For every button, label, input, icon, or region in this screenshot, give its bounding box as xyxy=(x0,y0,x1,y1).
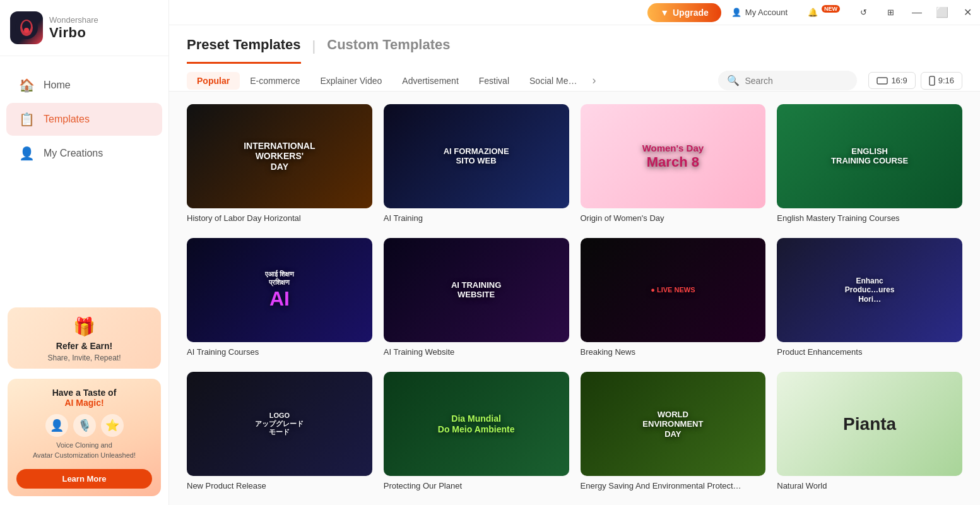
template-thumb-t11: WORLDENVIRONMENTDAY xyxy=(581,372,766,476)
refresh-icon: ↺ xyxy=(860,8,867,17)
refresh-button[interactable]: ↺ xyxy=(850,0,877,25)
grid-button[interactable]: ⊞ xyxy=(877,0,904,25)
template-thumb-t3: Women's DayMarch 8 xyxy=(581,104,766,208)
filter-social[interactable]: Social Me… xyxy=(519,72,587,90)
template-title-t6: AI Training Website xyxy=(384,347,569,358)
ratio-16x9-button[interactable]: 16:9 xyxy=(868,72,915,89)
home-icon: 🏠 xyxy=(19,78,35,93)
template-thumb-t2: AI FORMAZIONESITO WEB xyxy=(384,104,569,208)
logo-brand: Wondershare xyxy=(49,15,98,25)
template-card-t1[interactable]: INTERNATIONALWORKERS'DAY History of Labo… xyxy=(187,104,372,224)
thumb-text-t5: एआई शिक्षणप्रशिक्षणAI xyxy=(265,270,294,311)
template-title-t1: History of Labor Day Horizontal xyxy=(187,213,372,224)
template-title-t10: Protecting Our Planet xyxy=(384,481,569,492)
upgrade-button[interactable]: ▼ Upgrade xyxy=(647,3,721,22)
ai-magic-card: Have a Taste of AI Magic! 👤 🎙️ ⭐ Voice C… xyxy=(8,379,161,496)
content-header: Preset Templates | Custom Templates Popu… xyxy=(169,25,980,92)
logo-text: Wondershare Virbo xyxy=(49,15,98,41)
sidebar-item-templates-label: Templates xyxy=(44,114,90,125)
template-card-t6[interactable]: AI TRAININGWEBSITE AI Training Website xyxy=(384,238,569,358)
refer-earn-promo[interactable]: 🎁 Refer & Earn! Share, Invite, Repeat! xyxy=(8,307,161,369)
template-title-t11: Energy Saving And Environmental Protect… xyxy=(581,481,766,492)
template-card-t4[interactable]: ENGLISHTRAINING COURSE English Mastery T… xyxy=(777,104,962,224)
templates-icon: 📋 xyxy=(19,112,35,127)
creations-icon: 👤 xyxy=(19,146,35,161)
ai-card-title: Have a Taste of AI Magic! xyxy=(52,388,117,408)
notification-button[interactable]: 🔔 NEW xyxy=(798,0,850,25)
template-title-t12: Natural World xyxy=(777,481,962,492)
voice-icon: 🎙️ xyxy=(73,414,96,437)
sidebar-item-templates[interactable]: 📋 Templates xyxy=(6,103,162,136)
my-account-button[interactable]: 👤 My Account xyxy=(721,0,798,25)
filter-ecommerce[interactable]: E-commerce xyxy=(240,72,310,90)
upgrade-label: Upgrade xyxy=(673,8,709,18)
template-card-t12[interactable]: Pianta Natural World xyxy=(777,372,962,492)
tab-preset-templates[interactable]: Preset Templates xyxy=(187,37,301,64)
template-thumb-t1: INTERNATIONALWORKERS'DAY xyxy=(187,104,372,208)
filter-explainer[interactable]: Explainer Video xyxy=(310,72,392,90)
thumb-text-t6: AI TRAININGWEBSITE xyxy=(451,280,501,300)
template-thumb-t10: Dia MundialDo Meio Ambiente xyxy=(384,372,569,476)
ratio-16x9-icon xyxy=(877,77,888,85)
app-logo: Wondershare Virbo xyxy=(0,0,168,56)
main-tabs-row: Preset Templates | Custom Templates xyxy=(187,37,962,64)
filter-popular[interactable]: Popular xyxy=(187,72,240,90)
template-thumb-t6: AI TRAININGWEBSITE xyxy=(384,238,569,342)
account-icon: 👤 xyxy=(731,8,741,17)
ai-card-desc: Voice Cloning andAvatar Customization Un… xyxy=(33,441,136,460)
titlebar: ▼ Upgrade 👤 My Account 🔔 NEW ↺ ⊞ — ⬜ ✕ xyxy=(169,0,980,25)
promo-refer-title: Refer & Earn! xyxy=(56,341,112,351)
learn-more-button[interactable]: Learn More xyxy=(16,469,152,489)
svg-rect-5 xyxy=(930,76,935,85)
ratio-9x16-button[interactable]: 9:16 xyxy=(921,72,962,90)
template-title-t4: English Mastery Training Courses xyxy=(777,213,962,224)
template-card-t11[interactable]: WORLDENVIRONMENTDAY Energy Saving And En… xyxy=(581,372,766,492)
template-card-t5[interactable]: एआई शिक्षणप्रशिक्षणAI AI Training Course… xyxy=(187,238,372,358)
tab-custom-templates[interactable]: Custom Templates xyxy=(327,37,450,64)
thumb-text-t8: EnhancProduc…uresHori… xyxy=(845,276,895,304)
filter-more-icon[interactable]: › xyxy=(587,70,601,91)
search-input[interactable] xyxy=(745,76,846,86)
my-account-label: My Account xyxy=(745,8,788,17)
template-thumb-t9: LOGOアップグレードモード xyxy=(187,372,372,476)
filter-festival[interactable]: Festival xyxy=(469,72,519,90)
templates-grid: INTERNATIONALWORKERS'DAY History of Labo… xyxy=(187,104,962,492)
template-card-t7[interactable]: ● LIVE NEWS Breaking News xyxy=(581,238,766,358)
search-icon: 🔍 xyxy=(727,74,740,86)
template-card-t3[interactable]: Women's DayMarch 8 Origin of Women's Day xyxy=(581,104,766,224)
template-title-t2: AI Training xyxy=(384,213,569,224)
filter-row: Popular E-commerce Explainer Video Adver… xyxy=(187,64,962,91)
notification-icon: 🔔 xyxy=(808,8,818,17)
grid-icon: ⊞ xyxy=(887,8,894,17)
sidebar-item-my-creations-label: My Creations xyxy=(44,148,103,159)
thumb-text-t10: Dia MundialDo Meio Ambiente xyxy=(438,413,515,435)
sidebar-item-my-creations[interactable]: 👤 My Creations xyxy=(6,137,162,170)
ratio-buttons: 16:9 9:16 xyxy=(868,72,962,90)
template-card-t10[interactable]: Dia MundialDo Meio Ambiente Protecting O… xyxy=(384,372,569,492)
template-title-t5: AI Training Courses xyxy=(187,347,372,358)
new-badge: NEW xyxy=(822,5,840,13)
close-button[interactable]: ✕ xyxy=(955,0,980,25)
ai-card-icons: 👤 🎙️ ⭐ xyxy=(45,414,124,437)
thumb-text-t12: Pianta xyxy=(843,413,896,435)
thumb-text-t2: AI FORMAZIONESITO WEB xyxy=(444,146,509,166)
template-thumb-t8: EnhancProduc…uresHori… xyxy=(777,238,962,342)
logo-product: Virbo xyxy=(49,25,98,41)
thumb-text-t11: WORLDENVIRONMENTDAY xyxy=(642,409,703,439)
filter-advertisement[interactable]: Advertisement xyxy=(392,72,468,90)
template-card-t8[interactable]: EnhancProduc…uresHori… Product Enhanceme… xyxy=(777,238,962,358)
template-thumb-t4: ENGLISHTRAINING COURSE xyxy=(777,104,962,208)
sidebar-nav: 🏠 Home 📋 Templates 👤 My Creations xyxy=(0,56,168,299)
thumb-text-t7: ● LIVE NEWS xyxy=(651,286,695,294)
template-title-t8: Product Enhancements xyxy=(777,347,962,358)
ai-card-highlight: AI Magic! xyxy=(64,398,103,408)
thumb-text-t3: Women's DayMarch 8 xyxy=(642,142,704,170)
template-card-t9[interactable]: LOGOアップグレードモード New Product Release xyxy=(187,372,372,492)
maximize-button[interactable]: ⬜ xyxy=(930,0,955,25)
template-card-t2[interactable]: AI FORMAZIONESITO WEB AI Training xyxy=(384,104,569,224)
svg-point-3 xyxy=(24,28,29,33)
promo-emoji: 🎁 xyxy=(73,316,95,337)
minimize-button[interactable]: — xyxy=(904,0,930,25)
sidebar-item-home[interactable]: 🏠 Home xyxy=(6,69,162,102)
sidebar-item-home-label: Home xyxy=(44,80,71,91)
